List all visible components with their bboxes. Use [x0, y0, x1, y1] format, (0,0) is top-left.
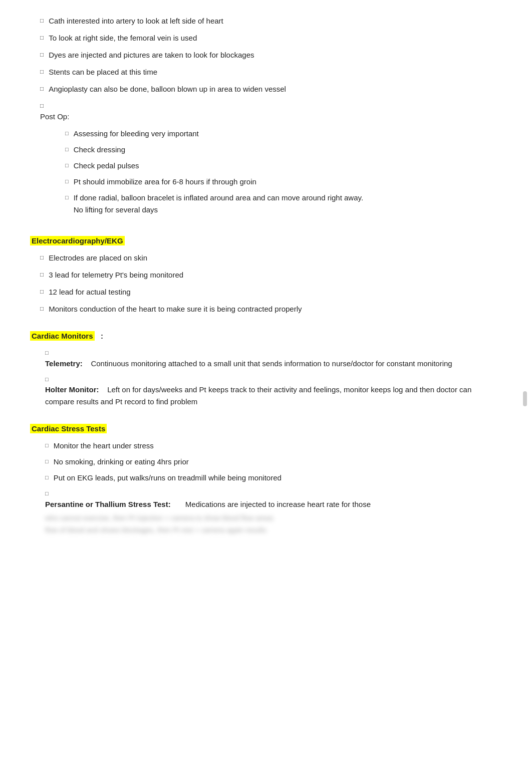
cardiac-stress-list: Monitor the heart under stress No smokin…: [30, 440, 502, 536]
cardiac-monitors-header: Cardiac Monitors :: [30, 330, 502, 342]
list-item: 3 lead for telemetry Pt's being monitore…: [40, 269, 502, 281]
list-item: No smoking, drinking or eating 4hrs prio…: [45, 456, 502, 468]
post-op-label: Post Op:: [40, 111, 69, 123]
cardiac-monitors-list: Telemetry: Continuous monitoring attache…: [30, 347, 502, 408]
list-item: Monitor the heart under stress: [45, 440, 502, 452]
list-item: 12 lead for actual testing: [40, 286, 502, 298]
ekg-header: Electrocardiography/EKG: [30, 235, 502, 247]
list-item: Telemetry: Continuous monitoring attache…: [45, 347, 502, 370]
post-op-list: Assessing for bleeding very important Ch…: [40, 128, 363, 220]
ekg-list: Electrodes are placed on skin 3 lead for…: [30, 252, 502, 315]
list-item: Electrodes are placed on skin: [40, 252, 502, 264]
list-item: Stents can be placed at this time: [40, 66, 502, 78]
cath-list: Cath interested into artery to look at l…: [30, 15, 502, 220]
list-item: To look at right side, the femoral vein …: [40, 32, 502, 44]
list-item: Put on EKG leads, put walks/runs on trea…: [45, 472, 502, 484]
list-item: Monitors conduction of the heart to make…: [40, 303, 502, 315]
cardiac-stress-header: Cardiac Stress Tests: [30, 423, 502, 435]
list-item: Cath interested into artery to look at l…: [40, 15, 502, 27]
list-item: Dyes are injected and pictures are taken…: [40, 49, 502, 61]
cath-section: Cath interested into artery to look at l…: [30, 15, 502, 220]
list-item: Angioplasty can also be done, balloon bl…: [40, 83, 502, 95]
list-item: Holter Monitor: Left on for days/weeks a…: [45, 374, 502, 408]
list-item: Check pedal pulses: [65, 160, 363, 172]
ekg-section: Electrocardiography/EKG Electrodes are p…: [30, 235, 502, 315]
cardiac-stress-title: Cardiac Stress Tests: [30, 424, 107, 433]
list-item: If done radial, balloon bracelet is infl…: [65, 192, 363, 216]
list-item: Pt should immobilize area for 6-8 hours …: [65, 176, 363, 188]
list-item: Assessing for bleeding very important: [65, 128, 363, 140]
blurred-text-2: flow of blood and shows blockages, then …: [45, 525, 267, 536]
ekg-title: Electrocardiography/EKG: [30, 236, 125, 245]
cardiac-monitors-colon: :: [97, 332, 103, 340]
cardiac-monitors-section: Cardiac Monitors : Telemetry: Continuous…: [30, 330, 502, 408]
cardiac-stress-section: Cardiac Stress Tests Monitor the heart u…: [30, 423, 502, 536]
list-item: Check dressing: [65, 144, 363, 156]
blurred-text-1: who cannot exercise, then Pt injection +…: [45, 512, 274, 524]
list-item: Persantine or Thallium Stress Test: Medi…: [45, 488, 502, 536]
scrollbar[interactable]: [523, 391, 527, 406]
post-op-item: Post Op: Assessing for bleeding very imp…: [40, 100, 502, 220]
cardiac-monitors-title: Cardiac Monitors: [30, 331, 95, 341]
